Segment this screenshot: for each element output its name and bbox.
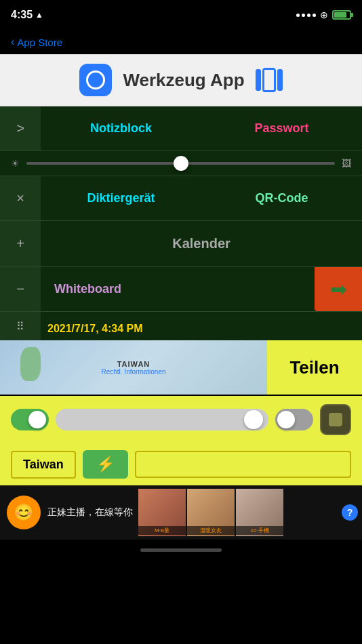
row-whiteboard: − Whiteboard ⬅: [0, 267, 362, 312]
home-bar: [140, 548, 222, 552]
row1-buttons: Notizblock Passwort: [41, 106, 362, 150]
teilen-label: Teilen: [289, 357, 339, 378]
taiwan-map: TAIWAN Rechtl. Informationen: [0, 340, 267, 395]
map-section: TAIWAN Rechtl. Informationen: [0, 340, 267, 395]
slider2-thumb: [244, 410, 263, 429]
map-teilen-row: TAIWAN Rechtl. Informationen Teilen: [0, 340, 362, 396]
ad-question-mark[interactable]: ?: [342, 504, 358, 521]
ad-images: M·B量 溫暖女友 10·手機: [138, 489, 342, 536]
whiteboard-arrow-button[interactable]: ⬅: [315, 267, 362, 311]
brightness-slider-row: ☀ 🖼: [0, 151, 362, 176]
taiwan-label: Taiwan: [11, 451, 76, 479]
row4-buttons: Whiteboard ⬅: [41, 267, 362, 311]
ad-image-3: 10·手機: [236, 489, 283, 536]
ad-img-label-3: 10·手機: [236, 526, 283, 535]
row3-icon: +: [0, 221, 41, 266]
row-kalender: + Kalender: [0, 221, 362, 267]
app-logo: [79, 64, 112, 96]
ad-image-2: 溫暖女友: [187, 489, 235, 536]
legal-link[interactable]: Rechtl. Informationen: [101, 368, 165, 376]
diktiergeraet-button[interactable]: Diktiergerät: [41, 176, 201, 220]
home-indicator: [0, 540, 362, 560]
toggle-knob-green: [28, 411, 46, 428]
toggle-switch-green[interactable]: [11, 409, 49, 430]
link-icon: ⊕: [320, 9, 328, 20]
teilen-button[interactable]: Teilen: [267, 340, 362, 395]
ad-avatar-face: 😊: [14, 503, 34, 522]
arrow-left-icon: ⬅: [330, 277, 347, 301]
status-icons: ⊕: [296, 9, 351, 20]
signal-dots: [296, 14, 316, 17]
ad-banner[interactable]: 😊 正妹主播，在線等你 M·B量 溫暖女友 10·手機 ?: [0, 485, 362, 540]
toggle-switch-gray[interactable]: [275, 409, 313, 430]
kalender-button[interactable]: Kalender: [41, 221, 362, 266]
phone-vibrate-icon: [256, 68, 283, 92]
home-button[interactable]: [320, 404, 351, 435]
ad-img-label-1: M·B量: [138, 526, 186, 535]
ad-main-text: 正妹主播，在線等你: [47, 506, 133, 519]
back-button[interactable]: ‹ App Store: [11, 36, 62, 48]
timestamp-text: 2021/7/17, 4:34 PM: [47, 323, 355, 335]
image-icon: 🖼: [342, 158, 351, 169]
row2-buttons: Diktiergerät QR-Code: [41, 176, 362, 220]
whiteboard-button[interactable]: Whiteboard: [41, 267, 362, 311]
tool-grid: > Notizblock Passwort ☀ 🖼 × Diktiergerät…: [0, 106, 362, 485]
app-title: Werkzeug App: [123, 70, 244, 91]
passwort-button[interactable]: Passwort: [201, 106, 362, 150]
app-logo-inner: [86, 71, 105, 89]
row3-buttons: Kalender: [41, 221, 362, 266]
row-timestamp: ⠿ 2021/7/17, 4:34 PM: [0, 312, 362, 340]
row5-icon: ⠿: [0, 312, 41, 340]
back-label: App Store: [17, 37, 62, 48]
bolt-icon: ⚡: [96, 456, 115, 473]
row-notizblock-passwort: > Notizblock Passwort: [0, 106, 362, 151]
row1-icon: >: [0, 106, 41, 150]
ad-image-1: M·B量: [138, 489, 186, 536]
row4-icon: −: [0, 267, 41, 311]
notizblock-button[interactable]: Notizblock: [41, 106, 201, 150]
back-arrow-icon: ‹: [11, 36, 14, 48]
empty-yellow-label: [135, 451, 351, 478]
row-diktiergeraet-qr: × Diktiergerät QR-Code: [0, 176, 362, 221]
home-button-inner: [329, 413, 342, 426]
nav-bar: ‹ App Store: [0, 30, 362, 54]
toggle-knob-gray: [277, 411, 295, 428]
sun-icon: ☀: [11, 158, 20, 169]
ad-img-label-2: 溫暖女友: [187, 526, 235, 535]
horizontal-slider[interactable]: [56, 409, 268, 430]
location-arrow-icon: ▲: [35, 10, 43, 20]
taiwan-map-label: TAIWAN: [117, 360, 150, 368]
label-row: Taiwan ⚡: [0, 443, 362, 485]
brightness-slider[interactable]: [26, 162, 335, 165]
toggle-row: [0, 396, 362, 443]
status-time: 4:35: [11, 9, 33, 21]
app-header: Werkzeug App: [0, 54, 362, 106]
status-bar: 4:35 ▲ ⊕: [0, 0, 362, 30]
ad-avatar: 😊: [7, 496, 41, 529]
battery-icon: [332, 10, 351, 20]
qr-code-button[interactable]: QR-Code: [201, 176, 362, 220]
battery-bolt-label: ⚡: [83, 450, 128, 479]
row2-icon: ×: [0, 176, 41, 220]
taiwan-island-shape: [20, 347, 41, 381]
